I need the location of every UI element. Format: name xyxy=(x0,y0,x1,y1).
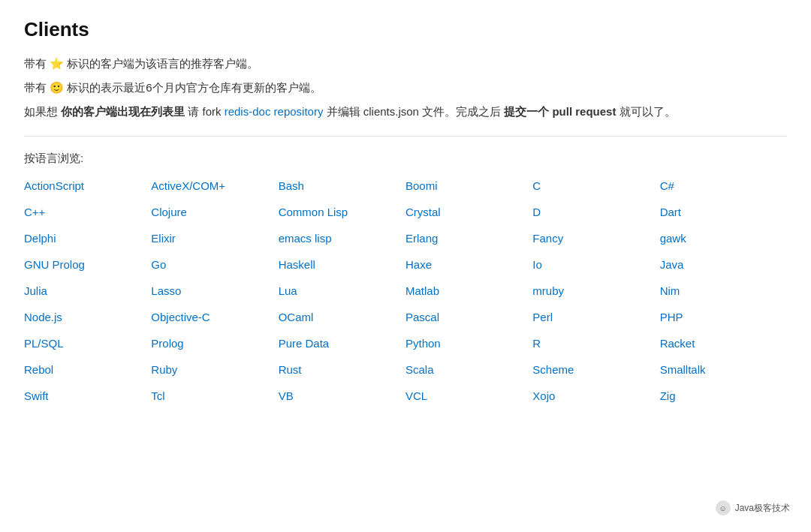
section-divider xyxy=(24,136,787,137)
language-link[interactable]: Xojo xyxy=(532,386,659,405)
language-grid: ActionScriptActiveX/COM+BashBoomiCC#C++C… xyxy=(24,176,787,405)
language-link[interactable]: Haxe xyxy=(406,255,532,274)
language-link[interactable]: gawk xyxy=(660,229,787,248)
language-link[interactable]: Racket xyxy=(660,334,787,353)
language-link[interactable]: Clojure xyxy=(151,203,278,221)
description-2: 带有 🙂 标识的表示最近6个月内官方仓库有更新的客户端。 xyxy=(24,79,787,97)
language-link[interactable]: Crystal xyxy=(406,203,532,221)
language-link[interactable]: Haskell xyxy=(279,255,406,274)
language-link[interactable]: Objective-C xyxy=(151,308,278,326)
language-link[interactable]: OCaml xyxy=(279,308,406,326)
language-link[interactable]: PHP xyxy=(660,308,787,326)
language-link[interactable]: Java xyxy=(660,255,787,274)
language-link[interactable]: Nim xyxy=(660,281,787,300)
language-link[interactable]: Matlab xyxy=(406,281,532,300)
language-link[interactable]: PL/SQL xyxy=(24,334,151,353)
language-link[interactable]: C# xyxy=(660,176,787,195)
language-link[interactable]: Ruby xyxy=(151,360,278,379)
language-link[interactable]: Dart xyxy=(660,203,787,221)
language-link[interactable]: Lasso xyxy=(151,281,278,300)
redis-doc-link[interactable]: redis-doc repository xyxy=(225,105,324,118)
browse-label: 按语言浏览: xyxy=(24,152,787,166)
language-link[interactable]: D xyxy=(532,203,659,221)
language-link[interactable]: Julia xyxy=(24,281,151,300)
language-link[interactable]: Lua xyxy=(279,281,406,300)
language-link[interactable]: Node.js xyxy=(24,308,151,326)
page-title: Clients xyxy=(24,18,787,41)
language-link[interactable]: ActiveX/COM+ xyxy=(151,176,278,195)
language-link[interactable]: C++ xyxy=(24,203,151,221)
language-link[interactable]: VCL xyxy=(406,386,532,405)
language-link[interactable]: Perl xyxy=(532,308,659,326)
description-3: 如果想 你的客户端出现在列表里 请 fork redis-doc reposit… xyxy=(24,103,787,121)
language-link[interactable]: Python xyxy=(406,334,532,353)
language-link[interactable]: Zig xyxy=(660,386,787,405)
language-link[interactable]: Erlang xyxy=(406,229,532,248)
language-link[interactable]: Rust xyxy=(279,360,406,379)
language-link[interactable]: VB xyxy=(279,386,406,405)
language-link[interactable]: Fancy xyxy=(532,229,659,248)
language-link[interactable]: Scheme xyxy=(532,360,659,379)
language-link[interactable]: Pure Data xyxy=(279,334,406,353)
language-link[interactable]: Elixir xyxy=(151,229,278,248)
language-link[interactable]: Scala xyxy=(406,360,532,379)
language-link[interactable]: Pascal xyxy=(406,308,532,326)
language-link[interactable]: mruby xyxy=(532,281,659,300)
language-link[interactable]: Delphi xyxy=(24,229,151,248)
language-link[interactable]: emacs lisp xyxy=(279,229,406,248)
language-link[interactable]: Smalltalk xyxy=(660,360,787,379)
language-link[interactable]: GNU Prolog xyxy=(24,255,151,274)
language-link[interactable]: Prolog xyxy=(151,334,278,353)
language-link[interactable]: Common Lisp xyxy=(279,203,406,221)
language-link[interactable]: Go xyxy=(151,255,278,274)
language-link[interactable]: Swift xyxy=(24,386,151,405)
language-link[interactable]: Tcl xyxy=(151,386,278,405)
language-link[interactable]: C xyxy=(532,176,659,195)
language-link[interactable]: Boomi xyxy=(406,176,532,195)
language-link[interactable]: Io xyxy=(532,255,659,274)
language-link[interactable]: R xyxy=(532,334,659,353)
language-link[interactable]: Bash xyxy=(279,176,406,195)
language-link[interactable]: Rebol xyxy=(24,360,151,379)
description-1: 带有 ⭐ 标识的客户端为该语言的推荐客户端。 xyxy=(24,55,787,73)
language-link[interactable]: ActionScript xyxy=(24,176,151,195)
